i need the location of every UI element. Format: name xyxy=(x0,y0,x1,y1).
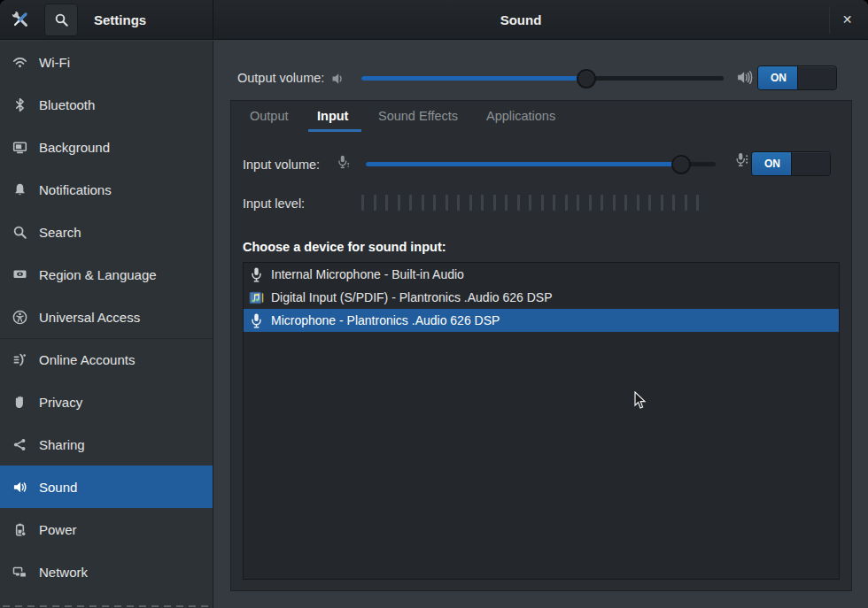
sidebar-item-network[interactable]: Network xyxy=(0,550,213,593)
bluetooth-icon xyxy=(12,97,27,112)
sidebar-item-label: Network xyxy=(39,565,88,580)
output-volume-slider-handle[interactable] xyxy=(577,69,596,89)
spdif-icon xyxy=(248,289,265,306)
input-volume-label: Input volume: xyxy=(243,158,320,172)
toggle-on-label: ON xyxy=(758,66,799,89)
input-volume-slider-fill xyxy=(366,162,681,166)
sidebar-item-privacy[interactable]: Privacy xyxy=(0,381,213,423)
sidebar: Wi-Fi Bluetooth Background xyxy=(0,41,213,608)
output-volume-toggle[interactable]: ON xyxy=(757,65,837,90)
device-label: Microphone - Plantronics .Audio 626 DSP xyxy=(271,313,500,327)
input-device-list: Internal Microphone - Built-in Audio Dig… xyxy=(243,262,840,580)
sidebar-item-label: Search xyxy=(39,225,81,240)
sidebar-item-label: Sound xyxy=(39,480,77,495)
microphone-icon xyxy=(248,266,265,283)
level-bar xyxy=(374,195,376,211)
level-bar xyxy=(637,195,639,211)
region-language-icon xyxy=(12,267,27,282)
level-bar xyxy=(385,195,388,211)
sidebar-item-label: Sharing xyxy=(39,437,85,452)
sidebar-item-power[interactable]: Power xyxy=(0,508,213,550)
level-bar xyxy=(613,195,616,211)
tab-applications[interactable]: Applications xyxy=(486,109,555,123)
input-level-label: Input level: xyxy=(243,196,305,211)
level-bar xyxy=(601,195,603,211)
notifications-icon xyxy=(12,182,27,197)
device-row-microphone-plantronics[interactable]: Microphone - Plantronics .Audio 626 DSP xyxy=(244,309,839,332)
sidebar-item-label: Region & Language xyxy=(39,267,157,282)
magnifier-icon xyxy=(54,12,69,27)
level-bar xyxy=(529,195,531,211)
input-level-meter xyxy=(361,195,699,211)
input-volume-toggle[interactable]: ON xyxy=(751,151,831,176)
toggle-on-label: ON xyxy=(752,152,793,175)
sidebar-item-label: Online Accounts xyxy=(39,352,135,367)
sidebar-item-search[interactable]: Search xyxy=(0,211,213,253)
power-icon xyxy=(12,522,27,537)
sidebar-item-label: Notifications xyxy=(39,182,112,197)
level-bar xyxy=(517,195,520,211)
app-title: Settings xyxy=(94,0,146,40)
panel-title: Sound xyxy=(213,0,828,40)
sidebar-item-bluetooth[interactable]: Bluetooth xyxy=(0,83,213,126)
sidebar-item-label: Wi-Fi xyxy=(39,55,70,70)
tab-input[interactable]: Input xyxy=(317,109,348,123)
active-tab-indicator xyxy=(308,129,361,132)
sidebar-item-sound[interactable]: Sound xyxy=(0,466,213,508)
sidebar-item-region-language[interactable]: Region & Language xyxy=(0,253,213,296)
output-volume-label: Output volume: xyxy=(237,71,324,85)
sidebar-scroll-indicator xyxy=(3,605,211,607)
wifi-icon xyxy=(12,55,27,70)
sidebar-item-background[interactable]: Background xyxy=(0,126,213,168)
sidebar-item-universal-access[interactable]: Universal Access xyxy=(0,296,213,338)
level-bar xyxy=(696,195,699,211)
output-volume-slider[interactable] xyxy=(361,76,724,81)
search-button[interactable] xyxy=(44,4,78,36)
level-bar xyxy=(577,195,579,211)
input-volume-slider-handle[interactable] xyxy=(671,155,691,174)
level-bar xyxy=(422,195,424,211)
level-bar xyxy=(648,195,651,211)
level-bar xyxy=(481,195,484,211)
level-bar xyxy=(398,195,400,211)
tab-output[interactable]: Output xyxy=(250,109,289,123)
close-separator xyxy=(829,6,830,34)
level-bar xyxy=(624,195,627,211)
sidebar-item-label: Background xyxy=(39,140,110,155)
close-button[interactable]: ✕ xyxy=(835,8,859,32)
level-bar xyxy=(589,195,592,211)
universal-access-icon xyxy=(12,310,27,325)
sidebar-item-label: Universal Access xyxy=(39,310,140,325)
sidebar-item-label: Privacy xyxy=(39,395,82,410)
level-bar xyxy=(433,195,436,211)
mouse-cursor xyxy=(634,391,647,412)
level-bar xyxy=(565,195,568,211)
sidebar-item-online-accounts[interactable]: Online Accounts xyxy=(0,338,213,381)
toggle-handle[interactable] xyxy=(791,152,830,175)
level-bar xyxy=(541,195,544,211)
sidebar-item-wifi[interactable]: Wi-Fi xyxy=(0,41,213,83)
level-bar xyxy=(446,195,448,211)
sharing-icon xyxy=(12,437,27,452)
device-label: Digital Input (S/PDIF) - Plantronics .Au… xyxy=(271,290,552,304)
level-bar xyxy=(457,195,460,211)
device-row-internal-microphone[interactable]: Internal Microphone - Built-in Audio xyxy=(244,263,839,286)
sidebar-item-notifications[interactable]: Notifications xyxy=(0,168,213,211)
titlebar: Settings Sound ✕ xyxy=(0,0,868,40)
tab-sound-effects[interactable]: Sound Effects xyxy=(378,109,458,123)
toggle-handle[interactable] xyxy=(797,66,836,89)
device-row-digital-input-spdif[interactable]: Digital Input (S/PDIF) - Plantronics .Au… xyxy=(244,286,839,309)
input-volume-slider[interactable] xyxy=(366,162,716,166)
device-chooser-heading: Choose a device for sound input: xyxy=(243,240,446,254)
level-bar xyxy=(553,195,555,211)
level-bar xyxy=(469,195,472,211)
settings-app-icon xyxy=(10,9,31,30)
network-icon xyxy=(12,565,27,580)
settings-window: Settings Sound ✕ Wi-Fi Bluetooth xyxy=(0,0,868,608)
level-bar xyxy=(661,195,663,211)
background-icon xyxy=(12,140,27,155)
sidebar-item-label: Bluetooth xyxy=(39,97,95,112)
sidebar-item-sharing[interactable]: Sharing xyxy=(0,423,213,466)
sound-icon xyxy=(12,480,27,495)
online-accounts-icon xyxy=(12,352,27,367)
